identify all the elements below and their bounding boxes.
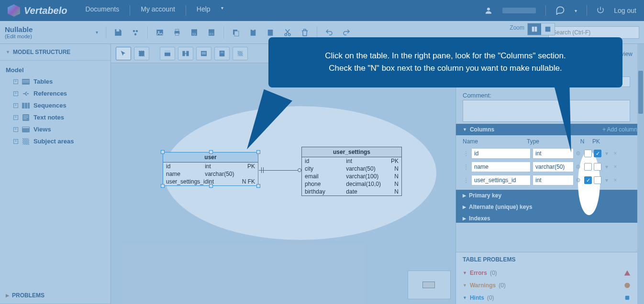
svg-rect-30 (23, 116, 28, 116)
tree-item-subject-areas[interactable]: +Subject areas (5, 135, 106, 147)
expand-icon[interactable]: + (13, 127, 18, 132)
selection-handle[interactable] (161, 184, 165, 188)
add-area-icon[interactable] (233, 47, 248, 60)
scrollbar-thumb[interactable] (638, 71, 643, 114)
divider (130, 5, 130, 16)
expand-icon[interactable]: + (13, 139, 18, 144)
view-full-icon[interactable] (541, 23, 555, 35)
svg-rect-40 (187, 51, 189, 55)
pk-checkbox[interactable] (594, 176, 601, 184)
column-type-input[interactable]: varchar(50) (533, 162, 574, 172)
svg-rect-44 (220, 51, 225, 56)
relation-line[interactable] (259, 170, 301, 171)
tree-item-text-notes[interactable]: +Text notes (5, 111, 106, 123)
tree-item-tables[interactable]: +Tables (5, 76, 106, 87)
tree-item-views[interactable]: +Views (5, 123, 106, 135)
drag-handle-icon[interactable]: ⋮ (463, 150, 469, 157)
column-type-input[interactable]: int (533, 175, 574, 185)
section-alternate-keys[interactable]: ▶Alternate (unique) keys (456, 201, 644, 213)
column-name-input[interactable]: user_settings_id (471, 175, 531, 185)
add-reference-icon[interactable] (178, 47, 193, 60)
expand-icon[interactable]: + (13, 115, 18, 120)
pointer-tool-icon[interactable] (116, 47, 131, 60)
expand-icon[interactable]: + (13, 103, 18, 108)
nav-documents[interactable]: Documents (85, 5, 119, 16)
chevron-down-icon[interactable]: ▾ (603, 163, 610, 170)
problems-errors-row[interactable]: ▼Errors(0) (456, 267, 637, 279)
remove-icon[interactable]: × (612, 150, 619, 157)
add-table-icon[interactable] (160, 47, 175, 60)
nav-my-account[interactable]: My account (141, 5, 175, 16)
column-name-input[interactable]: id (471, 148, 531, 159)
doc-icon[interactable]: DOC (204, 25, 219, 40)
selection-handle[interactable] (209, 184, 213, 188)
user-icon[interactable] (484, 6, 493, 15)
relation-endpoint-icon (298, 168, 301, 172)
selection-handle[interactable] (209, 150, 213, 154)
panel-title: MODEL STRUCTURE (13, 49, 70, 55)
nav-help[interactable]: Help (197, 5, 211, 16)
selection-handle[interactable] (161, 150, 165, 154)
nullable-checkbox[interactable] (584, 150, 592, 157)
brand-logo[interactable]: Vertabelo (8, 4, 67, 17)
gear-icon[interactable]: ⚙ (576, 163, 582, 170)
drag-handle-icon[interactable]: ⋮ (463, 177, 469, 184)
pk-checkbox[interactable] (594, 163, 601, 171)
share-icon[interactable] (128, 25, 143, 40)
svg-rect-39 (183, 51, 185, 55)
tree-item-references[interactable]: +References (5, 87, 106, 99)
print-icon[interactable] (170, 25, 184, 40)
panel-model-structure-header[interactable]: ▼ MODEL STRUCTURE (0, 44, 111, 61)
chevron-down-icon[interactable]: ▾ (603, 177, 610, 184)
problems-hints-row[interactable]: ▼Hints(0) (456, 292, 637, 304)
chevron-down-icon: ▾ (221, 5, 223, 16)
canvas-table-user-settings[interactable]: user_settings idintPK cityvarchar(50)N e… (301, 147, 402, 196)
pk-checkbox[interactable]: ✓ (594, 150, 601, 157)
expand-icon: ▶ (463, 193, 466, 198)
chevron-down-icon[interactable]: ▾ (603, 150, 610, 157)
chevron-down-icon[interactable]: ▾ (96, 30, 98, 35)
remove-icon[interactable]: × (612, 163, 619, 170)
save-icon[interactable] (111, 25, 125, 40)
table-row: idintPK (163, 163, 258, 170)
chat-icon[interactable] (555, 5, 565, 16)
add-note-icon[interactable] (214, 47, 230, 60)
warning-icon (624, 282, 631, 289)
add-column-link[interactable]: + Add column (602, 126, 637, 133)
selection-handle[interactable] (256, 184, 260, 188)
section-indexes[interactable]: ▶Indexes (456, 213, 644, 223)
paste-icon[interactable] (246, 25, 260, 40)
expand-icon[interactable]: + (13, 79, 18, 84)
column-name-input[interactable]: name (471, 162, 531, 172)
logout-link[interactable]: Log out (614, 7, 636, 14)
collapse-icon: ▼ (463, 127, 467, 132)
image-icon[interactable] (153, 25, 167, 40)
marquee-tool-icon[interactable] (134, 47, 149, 60)
power-icon[interactable] (597, 6, 604, 15)
canvas-table-user[interactable]: user idintPK namevarchar(50) user_settin… (163, 152, 258, 186)
add-view-icon[interactable] (196, 47, 211, 60)
search-input[interactable]: Search (Ctrl-F) (548, 26, 639, 39)
remove-icon[interactable]: × (612, 177, 619, 184)
separator (223, 26, 224, 39)
tree-item-sequences[interactable]: +Sequences (5, 99, 106, 111)
tree-label: References (33, 90, 67, 97)
problems-warnings-row[interactable]: ▼Warnings(0) (456, 279, 637, 292)
section-columns-header[interactable]: ▼ Columns + Add column (456, 124, 644, 135)
view-design-icon[interactable] (528, 23, 541, 35)
minimap[interactable] (408, 271, 451, 299)
expand-icon[interactable]: + (13, 91, 18, 96)
doc-title-block[interactable]: Nullable (Edit mode) (5, 25, 86, 39)
tree-root[interactable]: Model (5, 65, 106, 76)
nullable-checkbox[interactable]: ✓ (584, 176, 592, 184)
doc-title: Nullable (5, 25, 86, 33)
info-icon (624, 294, 631, 301)
sql-icon[interactable]: SQL (187, 25, 201, 40)
gear-icon[interactable]: ⚙ (576, 177, 582, 184)
nullable-checkbox[interactable] (584, 163, 592, 171)
section-primary-key[interactable]: ▶Primary key (456, 190, 644, 201)
copy-icon[interactable] (229, 25, 243, 40)
comment-textarea[interactable] (463, 100, 630, 122)
panel-problems-header[interactable]: ▶ PROBLEMS (0, 287, 111, 304)
drag-handle-icon[interactable]: ⋮ (463, 163, 469, 170)
